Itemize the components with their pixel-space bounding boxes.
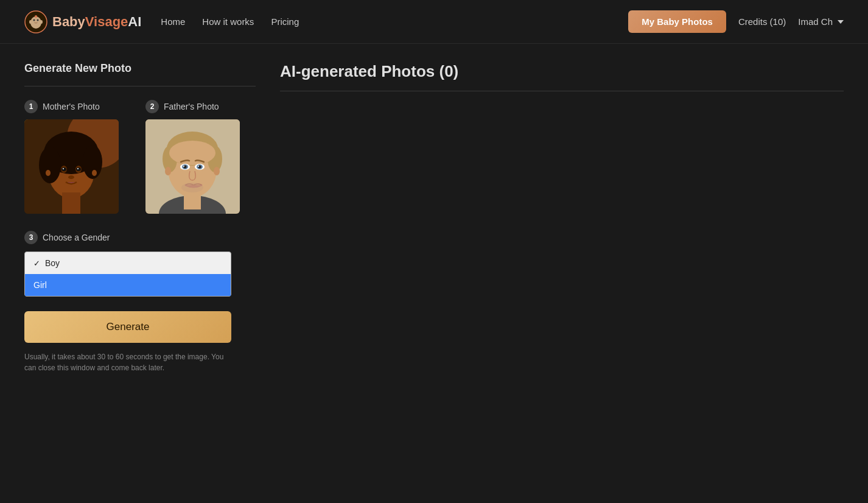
svg-point-19 (76, 167, 81, 171)
nav-links: Home How it works Pricing (161, 16, 299, 27)
gender-section: 3 Choose a Gender ✓ Boy Girl (24, 231, 256, 297)
logo: BabyVisageAI (24, 10, 141, 33)
user-name: Imad Ch (798, 16, 833, 27)
chevron-down-icon (838, 20, 844, 24)
checkmark-icon: ✓ (33, 259, 40, 268)
svg-point-18 (61, 167, 66, 171)
svg-point-33 (165, 167, 171, 175)
photos-row: 1 Mother's Photo (24, 100, 256, 214)
svg-point-21 (77, 168, 79, 169)
mother-label-text: Mother's Photo (43, 102, 100, 111)
svg-point-20 (63, 168, 64, 169)
panel-title: Generate New Photo (24, 62, 256, 75)
gender-dropdown[interactable]: ✓ Boy Girl (24, 252, 231, 297)
logo-icon (24, 10, 47, 33)
navbar: BabyVisageAI Home How it works Pricing M… (0, 0, 868, 44)
generate-button[interactable]: Generate (24, 311, 231, 343)
gender-dropdown-open[interactable]: ✓ Boy Girl (24, 252, 231, 297)
nav-how-it-works[interactable]: How it works (202, 16, 254, 27)
gender-label: 3 Choose a Gender (24, 231, 256, 244)
father-photo[interactable] (145, 119, 240, 214)
navbar-left: BabyVisageAI Home How it works Pricing (24, 10, 299, 33)
svg-point-42 (198, 166, 199, 167)
svg-point-43 (181, 183, 203, 192)
nav-home[interactable]: Home (161, 16, 185, 27)
svg-point-14 (39, 147, 61, 183)
logo-text: BabyVisageAI (52, 14, 141, 30)
svg-point-5 (29, 20, 32, 24)
step2-circle: 2 (145, 100, 159, 113)
svg-point-34 (214, 167, 220, 175)
navbar-right: My Baby Photos Credits (10) Imad Ch (628, 10, 844, 33)
svg-point-41 (183, 166, 184, 167)
svg-point-6 (40, 20, 43, 24)
left-panel: Generate New Photo 1 Mother's Photo (24, 62, 256, 485)
main-container: Generate New Photo 1 Mother's Photo (0, 44, 868, 503)
gender-option-girl[interactable]: Girl (25, 274, 231, 296)
boy-label: Boy (45, 258, 60, 268)
panel-divider (24, 86, 256, 86)
father-face-svg (145, 119, 240, 214)
user-menu[interactable]: Imad Ch (798, 16, 844, 27)
hint-text: Usually, it takes about 30 to 60 seconds… (24, 351, 231, 373)
father-slot: 2 Father's Photo (145, 100, 256, 214)
right-panel: AI-generated Photos (0) (280, 62, 844, 485)
mother-photo[interactable] (24, 119, 119, 214)
section-title: AI-generated Photos (0) (280, 62, 844, 81)
svg-point-23 (46, 170, 51, 176)
nav-pricing[interactable]: Pricing (271, 16, 299, 27)
svg-point-32 (169, 141, 215, 165)
father-label-text: Father's Photo (164, 102, 219, 111)
section-divider (280, 91, 844, 91)
svg-point-3 (33, 19, 35, 21)
credits-label[interactable]: Credits (10) (738, 16, 786, 27)
svg-point-4 (37, 19, 39, 21)
mother-face-svg (24, 119, 119, 214)
step1-circle: 1 (24, 100, 38, 113)
mother-slot: 1 Mother's Photo (24, 100, 135, 214)
my-baby-photos-button[interactable]: My Baby Photos (628, 10, 726, 33)
girl-label: Girl (33, 280, 47, 290)
svg-point-24 (92, 170, 97, 176)
gender-label-text: Choose a Gender (43, 233, 110, 242)
mother-label: 1 Mother's Photo (24, 100, 135, 113)
svg-point-1 (30, 16, 41, 29)
svg-rect-12 (62, 192, 80, 214)
gender-option-boy[interactable]: ✓ Boy (25, 252, 231, 274)
father-label: 2 Father's Photo (145, 100, 256, 113)
step3-circle: 3 (24, 231, 38, 244)
svg-point-22 (68, 175, 74, 179)
